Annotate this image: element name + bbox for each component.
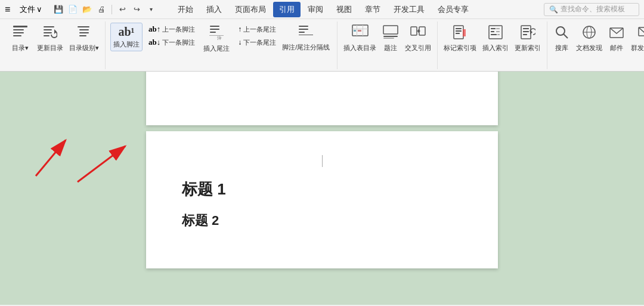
ribbon: 目录▾ 更新目录 <box>0 19 644 72</box>
title-bar: ≡ 文件 ∨ 💾 📄 📂 🖨 ↩ ↪ ▾ 开始 插入 页面布局 引用 审阅 视图… <box>0 0 644 19</box>
svg-rect-10 <box>79 29 89 30</box>
doc-discover-icon <box>581 24 597 42</box>
page-bottom: 标题 1 标题 2 <box>146 131 498 268</box>
footnote-col2: ↑ 上一条尾注 ↓ 下一条尾注 <box>236 23 278 49</box>
svg-rect-21 <box>299 35 313 35</box>
svg-point-52 <box>556 27 565 35</box>
toc-button[interactable]: 目录▾ <box>7 23 33 54</box>
svg-rect-15 <box>210 32 216 33</box>
next-endnote-button[interactable]: ↓ 下一条尾注 <box>236 36 278 49</box>
gtools-svg <box>638 24 644 40</box>
search-lib-icon <box>554 24 569 42</box>
next-footnote-button[interactable]: ab↓ 下一条脚注 <box>146 36 197 49</box>
caption-group: 插入表目录 题注 <box>338 21 438 69</box>
insert-table-of-figs-button[interactable]: 插入表目录 <box>341 23 379 54</box>
tab-insert[interactable]: 插入 <box>200 2 228 17</box>
update-toc-svg <box>43 24 57 40</box>
svg-rect-4 <box>44 26 54 27</box>
ddiscover-svg <box>581 24 597 40</box>
tab-devtools[interactable]: 开发工具 <box>388 2 431 17</box>
footnote-separator-label: 脚注/尾注分隔线 <box>282 43 330 52</box>
tab-layout[interactable]: 页面布局 <box>229 2 272 17</box>
open-icon[interactable]: 📂 <box>80 3 94 16</box>
save-icon[interactable]: 💾 <box>52 3 65 16</box>
svg-rect-46 <box>497 34 500 35</box>
svg-rect-27 <box>358 30 361 32</box>
tab-view[interactable]: 视图 <box>330 2 358 17</box>
mail-button[interactable]: 邮件 <box>606 23 627 54</box>
print-icon[interactable]: 🖨 <box>95 3 108 16</box>
insert-footnote-button[interactable]: ab¹ 插入脚注 <box>110 23 143 51</box>
svg-rect-29 <box>383 36 398 37</box>
svg-rect-41 <box>491 28 496 29</box>
prev-footnote-icon: ab↑ <box>148 24 160 34</box>
svg-marker-51 <box>530 30 532 35</box>
file-menu-button[interactable]: 文件 ∨ <box>16 3 46 16</box>
svg-rect-5 <box>44 29 52 30</box>
search-area: 🔍 查找命令、搜索模板 <box>544 3 639 16</box>
insert-tof-label: 插入表目录 <box>343 44 376 52</box>
file-label: 文件 <box>20 4 35 15</box>
search-lib-button[interactable]: 搜库 <box>551 23 572 54</box>
svg-text:注: 注 <box>217 36 222 40</box>
search-input[interactable]: 🔍 查找命令、搜索模板 <box>544 3 639 16</box>
svg-rect-13 <box>210 26 219 27</box>
redo-icon[interactable]: ↪ <box>130 3 143 16</box>
caption-svg <box>383 24 398 40</box>
svg-rect-48 <box>523 28 529 29</box>
svg-marker-39 <box>463 29 466 36</box>
caption-button[interactable]: 题注 <box>380 23 401 54</box>
svg-line-62 <box>36 140 66 176</box>
svg-rect-11 <box>79 32 89 33</box>
tab-start[interactable]: 开始 <box>172 2 199 17</box>
svg-rect-49 <box>523 31 529 32</box>
tab-review[interactable]: 审阅 <box>302 2 329 17</box>
sep-svg <box>298 24 314 40</box>
toc-level-icon <box>77 24 91 42</box>
new-doc-icon[interactable]: 📄 <box>66 3 79 16</box>
insert-endnote-button[interactable]: 注 插入尾注 <box>201 23 232 55</box>
mark-index-button[interactable]: 标记索引项 <box>441 23 479 54</box>
svg-line-63 <box>78 146 125 182</box>
page-container: 标题 1 标题 2 <box>146 72 498 268</box>
group-tools-button[interactable]: 群发工具▾ <box>628 23 644 54</box>
toc-svg <box>12 24 29 40</box>
svg-rect-40 <box>489 26 502 39</box>
toc-level-button[interactable]: 目录级别▾ <box>67 23 101 54</box>
page-top <box>146 72 498 125</box>
tab-reference[interactable]: 引用 <box>273 2 301 17</box>
caption-icon <box>383 24 398 42</box>
update-index-button[interactable]: 更新索引 <box>512 23 543 54</box>
tab-vip[interactable]: 会员专享 <box>432 2 475 17</box>
insert-index-button[interactable]: 插入索引 <box>480 23 511 54</box>
cross-ref-label: 交叉引用 <box>405 44 431 52</box>
next-footnote-icon: ab↓ <box>148 38 160 47</box>
tab-section[interactable]: 章节 <box>359 2 386 17</box>
svg-rect-12 <box>79 35 86 36</box>
svg-rect-7 <box>44 35 49 36</box>
endnote-svg: 注 <box>209 24 224 40</box>
toc-label: 目录▾ <box>12 44 29 52</box>
doc-discover-button[interactable]: 文档发现 <box>574 23 605 54</box>
cross-ref-button[interactable]: 交叉引用 <box>402 23 434 54</box>
undo-caret-icon[interactable]: ▾ <box>144 3 157 16</box>
prev-footnote-button[interactable]: ab↑ 上一条脚注 <box>146 23 197 36</box>
prev-endnote-button[interactable]: ↑ 上一条尾注 <box>236 23 278 36</box>
index-group-items: 标记索引项 插入索引 <box>441 21 543 68</box>
footnote-separator-button[interactable]: 脚注/尾注分隔线 <box>280 23 332 54</box>
svg-rect-43 <box>491 31 494 32</box>
svg-rect-24 <box>357 25 357 36</box>
insert-index-label: 插入索引 <box>482 44 509 52</box>
undo-icon[interactable]: ↩ <box>116 3 129 16</box>
update-toc-button[interactable]: 更新目录 <box>35 23 66 54</box>
search-placeholder: 查找命令、搜索模板 <box>561 4 625 14</box>
caption-label: 题注 <box>384 44 397 52</box>
svg-rect-42 <box>496 28 500 29</box>
svg-rect-31 <box>411 27 417 35</box>
insert-footnote-icon: ab¹ <box>118 25 134 39</box>
insert-endnote-icon: 注 <box>209 24 224 43</box>
svg-rect-30 <box>383 38 394 39</box>
menu-icon[interactable]: ≡ <box>5 4 10 15</box>
index-group: 标记索引项 插入索引 <box>438 21 547 69</box>
caption-group-items: 插入表目录 题注 <box>341 21 434 68</box>
